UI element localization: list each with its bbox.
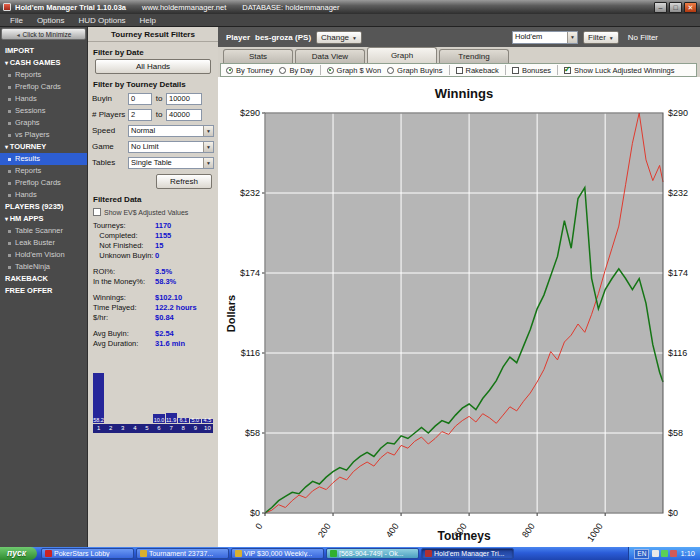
filter-button[interactable]: Filter bbox=[583, 31, 619, 44]
histogram-axis-label: 7 bbox=[166, 424, 177, 433]
taskbar-button[interactable]: PokerStars Lobby bbox=[41, 548, 134, 559]
chart-option[interactable]: Show Luck Adjusted Winnings bbox=[564, 66, 674, 75]
stat-value: 3.5% bbox=[155, 267, 172, 277]
window-title: Hold'em Manager Trial 1.10.03a bbox=[15, 3, 126, 12]
sidebar-item[interactable]: TOURNEY bbox=[0, 141, 87, 153]
chart-option[interactable]: Graph Buyins bbox=[387, 66, 442, 75]
chart-option[interactable]: By Day bbox=[279, 66, 313, 75]
game-select[interactable]: No Limit bbox=[128, 141, 214, 153]
game-type-select[interactable]: Hold'em bbox=[512, 31, 578, 44]
chart-option[interactable] bbox=[505, 65, 506, 75]
change-player-button[interactable]: Change bbox=[316, 31, 362, 44]
stat-label: Winnings: bbox=[93, 293, 155, 303]
stat-label: Unknown Buyin: bbox=[93, 251, 155, 261]
taskbar-button-label: PokerStars Lobby bbox=[54, 550, 110, 557]
sidebar-item[interactable]: Preflop Cards bbox=[0, 177, 87, 189]
chart-option[interactable]: Rakeback bbox=[456, 66, 499, 75]
filter-by-date-label: Filter by Date bbox=[93, 48, 213, 57]
tab[interactable]: Graph bbox=[367, 47, 437, 63]
sidebar-item[interactable]: HM APPS bbox=[0, 213, 87, 225]
taskbar-button[interactable]: Hold'em Manager Tri... bbox=[421, 548, 514, 559]
sidebar-item[interactable]: Graphs bbox=[0, 117, 87, 129]
sidebar-item[interactable]: Table Scanner bbox=[0, 225, 87, 237]
minimize-icon[interactable] bbox=[654, 2, 667, 13]
chart-option[interactable] bbox=[320, 65, 321, 75]
sidebar-item[interactable]: CASH GAMES bbox=[0, 57, 87, 69]
filter-panel-title: Tourney Result Filters bbox=[88, 27, 218, 42]
option-label: Bonuses bbox=[522, 66, 551, 75]
sidebar-item[interactable]: Leak Buster bbox=[0, 237, 87, 249]
stat-row: Avg Duration: 31.6 min bbox=[93, 339, 213, 349]
y-tick-label: $116 bbox=[241, 348, 260, 358]
chart-option[interactable] bbox=[449, 65, 450, 75]
stat-value: $102.10 bbox=[155, 293, 182, 303]
taskbar-app-icon bbox=[45, 550, 52, 557]
buyin-max-input[interactable]: 10000 bbox=[166, 93, 202, 105]
buyin-min-input[interactable]: 0 bbox=[128, 93, 152, 105]
sidebar-item[interactable]: RAKEBACK bbox=[0, 273, 87, 285]
sidebar-item[interactable]: Preflop Cards bbox=[0, 81, 87, 93]
speed-select[interactable]: Normal bbox=[128, 125, 214, 137]
tray-icon[interactable] bbox=[670, 550, 677, 557]
menu-item[interactable]: Help bbox=[133, 14, 163, 27]
filter-status: No Filter bbox=[628, 33, 658, 42]
tab[interactable]: Trending bbox=[439, 49, 509, 63]
menu-item[interactable]: File bbox=[3, 14, 30, 27]
tables-select[interactable]: Single Table bbox=[128, 157, 214, 169]
sidebar-item[interactable]: IMPORT bbox=[0, 45, 87, 57]
sidebar-item[interactable]: PLAYERS (9235) bbox=[0, 201, 87, 213]
chart-option[interactable]: Bonuses bbox=[512, 66, 551, 75]
sidebar-item[interactable]: FREE OFFER bbox=[0, 285, 87, 297]
stat-row: $/hr: $0.84 bbox=[93, 313, 213, 323]
chart-option[interactable]: Graph $ Won bbox=[327, 66, 381, 75]
sidebar-nav: IMPORTCASH GAMESReportsPreflop CardsHand… bbox=[0, 45, 87, 297]
stat-row: Time Played: 122.2 hours bbox=[93, 303, 213, 313]
sidebar-item[interactable]: Hands bbox=[0, 93, 87, 105]
sidebar: Click to Minimize IMPORTCASH GAMESReport… bbox=[0, 27, 87, 547]
maximize-icon[interactable] bbox=[669, 2, 682, 13]
ev-adjusted-label: Show EV$ Adjusted Values bbox=[104, 209, 188, 216]
histogram-axis-label: 9 bbox=[190, 424, 201, 433]
tab[interactable]: Data View bbox=[295, 49, 365, 63]
sidebar-item[interactable]: Hold'em Vision bbox=[0, 249, 87, 261]
players-min-input[interactable]: 2 bbox=[128, 109, 152, 121]
menu-item[interactable]: HUD Options bbox=[71, 14, 132, 27]
menu-item[interactable]: Options bbox=[30, 14, 72, 27]
sidebar-minimize-button[interactable]: Click to Minimize bbox=[1, 28, 86, 40]
game-type-value: Hold'em bbox=[515, 32, 542, 42]
stat-row: Not Finished: 15 bbox=[93, 241, 213, 251]
sidebar-item[interactable]: Reports bbox=[0, 69, 87, 81]
sidebar-item[interactable]: Reports bbox=[0, 165, 87, 177]
taskbar-button[interactable]: VIP $30,000 Weekly... bbox=[231, 548, 324, 559]
stat-label: ROI%: bbox=[93, 267, 155, 277]
tray-icon[interactable] bbox=[661, 550, 668, 557]
sidebar-item[interactable]: Hands bbox=[0, 189, 87, 201]
y-tick-label: $58 bbox=[245, 428, 260, 438]
close-icon[interactable] bbox=[684, 2, 697, 13]
option-label: By Day bbox=[289, 66, 313, 75]
speed-filter-row: Speed Normal bbox=[92, 124, 214, 137]
stat-row: ROI%: 3.5% bbox=[93, 267, 213, 277]
players-max-input[interactable]: 40000 bbox=[166, 109, 202, 121]
start-button[interactable]: пуск bbox=[0, 547, 37, 560]
sidebar-item[interactable]: TableNinja bbox=[0, 261, 87, 273]
sidebar-item[interactable]: Results bbox=[0, 153, 87, 165]
all-hands-button[interactable]: All Hands bbox=[95, 59, 211, 74]
plot-area bbox=[265, 113, 663, 513]
y-tick-label-right: $58 bbox=[668, 428, 683, 438]
ev-adjusted-checkbox[interactable]: Show EV$ Adjusted Values bbox=[93, 208, 213, 216]
chart-option[interactable] bbox=[557, 65, 558, 75]
tab[interactable]: Stats bbox=[223, 49, 293, 63]
y-tick-label: $232 bbox=[240, 188, 260, 198]
taskbar-button[interactable]: [568-904-749] - Ok... bbox=[326, 548, 419, 559]
histogram-axis-label: 4 bbox=[129, 424, 140, 433]
language-indicator[interactable]: EN bbox=[634, 549, 649, 559]
window-controls bbox=[654, 2, 697, 13]
sidebar-item[interactable]: vs Players bbox=[0, 129, 87, 141]
tray-icon[interactable] bbox=[652, 550, 659, 557]
chart-option[interactable]: By Tourney bbox=[226, 66, 273, 75]
refresh-button[interactable]: Refresh bbox=[156, 174, 212, 189]
sidebar-item[interactable]: Sessions bbox=[0, 105, 87, 117]
stat-value: 0 bbox=[155, 251, 159, 261]
taskbar-button[interactable]: Tournament 23737... bbox=[136, 548, 229, 559]
